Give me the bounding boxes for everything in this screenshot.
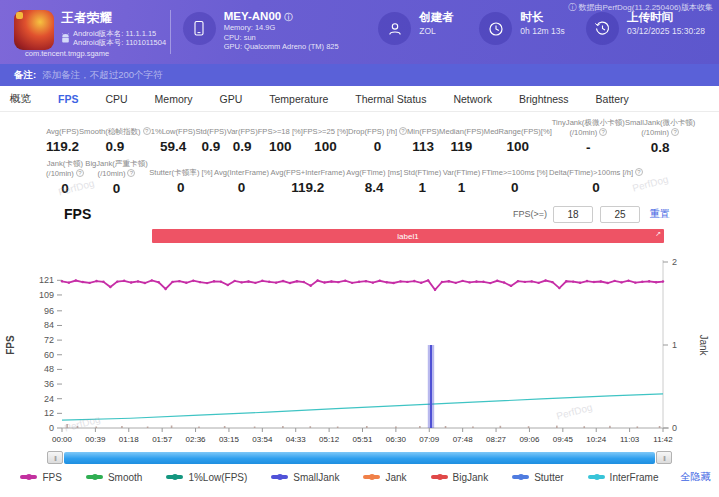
metric-label: Stutter(卡顿率) [%] [149,160,212,177]
legend-item-smooth[interactable]: Smooth [86,472,142,483]
legend-item-bigjank[interactable]: BigJank [431,472,489,483]
svg-text:12: 12 [44,408,54,418]
metric-label: Avg(InterFrame) [214,160,269,177]
note-bar[interactable]: 备注: 添加备注，不超过200个字符 [0,64,719,86]
metric-value: 0 [374,139,382,154]
metric-info-icon[interactable]: ? [599,128,607,136]
info-icon: ⓘ [568,3,578,12]
tab-memory[interactable]: Memory [155,93,193,105]
legend-item-stutter[interactable]: Stutter [512,472,563,483]
tab-cpu[interactable]: CPU [105,93,127,105]
person-icon [378,12,411,45]
device-memory: Memory: 14.9G [224,23,339,33]
tab-fps[interactable]: FPS [58,93,78,105]
svg-text:02:36: 02:36 [186,435,207,444]
phone-icon [183,12,216,45]
tab-概览[interactable]: 概览 [10,92,31,106]
legend-label: 1%Low(FPS) [188,472,247,483]
metric-info-icon[interactable]: ? [76,169,84,177]
metric-cell: Avg(FTime) [ms]8.4 [346,160,402,196]
metric-label: MedRange(FPS)[%] [484,119,552,136]
metric-cell: MedRange(FPS)[%]100 [484,119,552,155]
legend-marker-icon [271,475,288,479]
device-model: MEY-AN00 [224,10,282,22]
duration-info: 时长 0h 12m 13s [479,10,572,45]
chart-scrollbar: ||| ||| [47,450,672,465]
reset-link[interactable]: 重置 [650,207,670,221]
legend-label: BigJank [453,472,489,483]
svg-text:1: 1 [672,340,677,350]
legend-item-1-low-fps-[interactable]: 1%Low(FPS) [166,472,247,483]
svg-text:00:00: 00:00 [52,435,73,444]
legend-item-jank[interactable]: Jank [363,472,406,483]
legend-marker-icon [431,475,448,479]
android-version-code: Android版本号: 1101011504 [73,38,166,47]
scrollbar-track[interactable] [64,452,655,464]
svg-text:05:12: 05:12 [319,435,340,444]
svg-text:2: 2 [672,257,677,267]
hide-all-link[interactable]: 全隐藏 [681,470,711,484]
legend-marker-icon [166,475,183,479]
history-clock-icon [586,12,619,45]
svg-text:Jank: Jank [698,334,709,356]
metric-cell: Median(FPS)119 [439,119,484,155]
legend-marker-icon [588,475,605,479]
fps-threshold-label: FPS(>=) [513,209,547,219]
legend-item-interframe[interactable]: InterFrame [588,472,659,483]
metric-info-icon[interactable]: ? [671,128,679,136]
legend-marker-icon [20,475,37,479]
legend-marker-icon [86,475,103,479]
metric-cell: Var(FPS)0.9 [227,119,258,155]
fps-section-header: FPS FPS(>=) 重置 [0,198,719,224]
metric-info-icon[interactable]: ? [635,168,643,176]
fps-threshold-input-1[interactable] [553,206,593,223]
tab-temperature[interactable]: Temperature [269,93,328,105]
metric-value: 119 [451,139,473,154]
fps-section-title: FPS [64,206,91,222]
note-placeholder: 添加备注，不超过200个字符 [42,69,162,82]
app-header: ⓘ 数据由PerfDog(11.2.250406)版本收集 王者荣耀 Andro… [0,0,719,64]
metric-cell: SmallJank(微小卡顿)(/10min)?0.8 [625,119,695,155]
metric-cell: Std(FTime)1 [404,160,442,196]
metric-cell: 1%Low(FPS)59.4 [151,119,196,155]
svg-text:109: 109 [39,290,54,300]
creator-label: 创建者 [419,10,454,25]
metric-label: Avg(FPS+InterFrame) [271,160,345,177]
svg-text:11:03: 11:03 [620,435,640,444]
banner-resize-icon: ↗ [655,230,661,238]
fps-threshold-input-2[interactable] [600,206,640,223]
svg-text:01:57: 01:57 [152,435,173,444]
label-banner[interactable]: label1 ↗ [152,229,664,243]
device-cpu: CPU: sun [224,33,339,43]
metrics-row-2: Jank(卡顿)(/10min)?0BigJank(严重卡顿)(/10min)?… [0,157,719,198]
legend-item-fps[interactable]: FPS [20,472,61,483]
svg-text:10:24: 10:24 [586,435,607,444]
metric-value: 119.2 [291,180,324,195]
scrollbar-left-handle[interactable]: ||| [47,451,63,464]
metric-cell: Avg(FPS)119.2 [46,119,79,155]
metric-label: Smooth(稳帧指数)? [79,119,151,136]
metric-cell: Avg(InterFrame)0 [214,160,269,196]
device-detail-info-icon[interactable]: ⓘ [284,13,292,22]
chart-legend: FPSSmooth1%Low(FPS)SmallJankJankBigJankS… [0,470,719,484]
android-icon [61,33,70,44]
metric-label: FPS>=18 [%] [258,119,303,136]
metric-label: Min(FPS) [407,119,439,136]
fps-chart[interactable]: 0122436486072849610912101200:0000:3901:1… [0,246,719,444]
svg-text:05:51: 05:51 [352,435,373,444]
svg-text:07:09: 07:09 [419,435,440,444]
tab-network[interactable]: Network [453,93,492,105]
tab-thermal-status[interactable]: Thermal Status [355,93,426,105]
tab-gpu[interactable]: GPU [220,93,243,105]
metric-cell: Min(FPS)113 [407,119,439,155]
tab-brightness[interactable]: Brightness [519,93,569,105]
tab-battery[interactable]: Battery [596,93,629,105]
scrollbar-right-handle[interactable]: ||| [656,451,672,464]
metric-info-icon[interactable]: ? [399,127,407,135]
legend-item-smalljank[interactable]: SmallJank [271,472,339,483]
metric-info-icon[interactable]: ? [127,169,135,177]
metric-label: FPS>=25 [%] [303,119,348,136]
metric-info-icon[interactable]: ? [143,127,151,135]
metric-value: 0.9 [105,139,124,154]
metric-label: Jank(卡顿)(/10min)? [46,160,84,178]
